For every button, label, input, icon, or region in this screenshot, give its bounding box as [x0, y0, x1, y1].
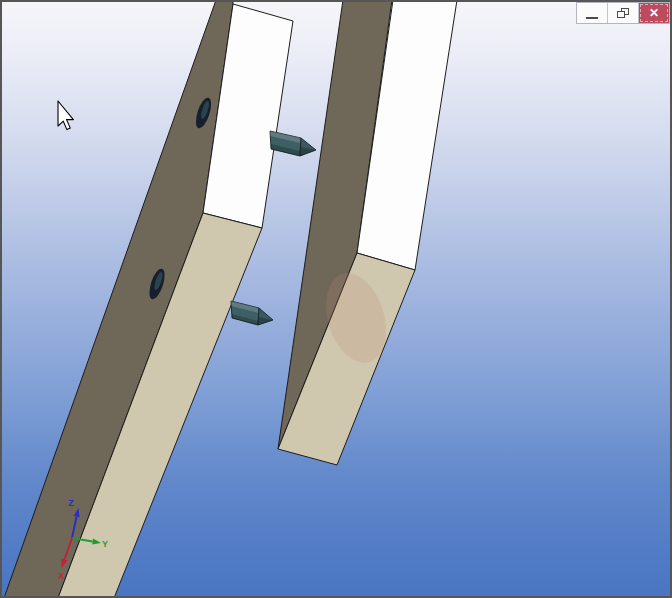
y-axis-label: Y [102, 539, 108, 549]
left-plank [4, 0, 293, 598]
right-plank [278, 0, 457, 465]
restore-icon [617, 8, 629, 18]
close-icon: ✕ [649, 3, 659, 23]
dowel-upper[interactable] [270, 131, 316, 156]
dowel-lower[interactable] [231, 301, 273, 325]
window-controls: ✕ [576, 2, 670, 24]
minimize-icon [586, 17, 598, 19]
viewport-3d[interactable]: Z Y X [2, 2, 670, 596]
mouse-cursor [58, 101, 73, 130]
app-window: Z Y X [0, 0, 672, 598]
minimize-button[interactable] [577, 3, 608, 23]
x-axis-label: X [58, 571, 64, 581]
restore-button[interactable] [608, 3, 639, 23]
z-axis-label: Z [68, 498, 74, 508]
scene-canvas: Z Y X [0, 0, 672, 598]
close-button[interactable]: ✕ [639, 3, 669, 23]
